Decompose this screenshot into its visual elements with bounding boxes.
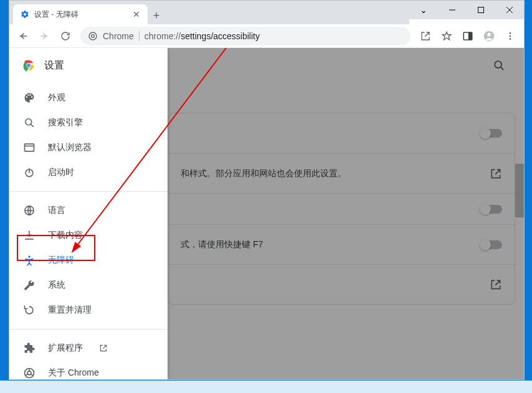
sidebar-item-label: 系统 — [48, 280, 65, 291]
sidebar-item-default-browser[interactable]: 默认浏览器 — [9, 135, 161, 160]
sidebar-item-extensions[interactable]: 扩展程序 — [9, 336, 161, 361]
settings-sidebar: 设置 外观 搜索引擎 — [9, 48, 168, 379]
sidebar-item-startup[interactable]: 启动时 — [9, 160, 161, 185]
sidebar-header: 设置 — [9, 48, 168, 83]
open-external-icon — [99, 344, 108, 353]
modal-overlay[interactable] — [168, 48, 524, 379]
sidebar-item-label: 搜索引擎 — [48, 117, 83, 128]
sidebar-item-label: 关于 Chrome — [48, 367, 99, 379]
tab-title: 设置 - 无障碍 — [34, 9, 78, 20]
titlebar: 设置 - 无障碍 ✕ + ⌄ — [9, 1, 524, 24]
download-icon — [23, 229, 36, 242]
svg-point-2 — [92, 34, 95, 37]
share-icon[interactable] — [416, 26, 435, 46]
svg-point-7 — [510, 32, 511, 34]
search-icon — [23, 116, 36, 129]
svg-rect-0 — [478, 7, 484, 13]
chrome-logo-icon — [22, 59, 36, 72]
tabstrip: 设置 - 无障碍 ✕ + — [9, 1, 409, 24]
palette-icon — [23, 92, 36, 104]
sidebar-item-appearance[interactable]: 外观 — [9, 85, 161, 110]
sidebar-item-languages[interactable]: 语言 — [9, 198, 161, 223]
svg-point-6 — [487, 32, 490, 36]
menu-icon[interactable] — [500, 26, 520, 46]
omnibox-divider — [139, 31, 140, 41]
omnibox-scheme: Chrome — [103, 31, 134, 41]
svg-rect-14 — [25, 144, 34, 151]
svg-point-17 — [28, 256, 30, 258]
chrome-icon — [23, 367, 36, 379]
sidebar-item-about[interactable]: 关于 Chrome — [9, 361, 161, 379]
svg-point-19 — [27, 371, 31, 375]
window-close[interactable] — [495, 1, 524, 19]
browser-tab[interactable]: 设置 - 无障碍 ✕ — [13, 4, 148, 24]
window-minimize[interactable] — [438, 1, 467, 19]
sidebar-item-system[interactable]: 系统 — [9, 273, 161, 298]
reload-button[interactable] — [55, 26, 75, 46]
gear-icon — [21, 10, 29, 19]
windows-taskbar[interactable] — [0, 381, 532, 393]
sidebar-item-label: 下载内容 — [48, 230, 83, 241]
sidebar-item-label: 启动时 — [48, 167, 74, 178]
sidebar-item-label: 无障碍 — [48, 255, 74, 266]
sidebar-separator — [9, 329, 168, 329]
forward-button — [34, 26, 54, 46]
sidebar-item-label: 语言 — [48, 205, 65, 216]
sidebar-title: 设置 — [44, 59, 64, 72]
svg-rect-4 — [468, 32, 472, 40]
sidebar-separator — [9, 191, 168, 192]
sidebar-item-label: 外观 — [48, 92, 65, 103]
tab-close-icon[interactable]: ✕ — [131, 9, 141, 19]
main-pane: 和样式。部分应用和网站也会使用此设置。 式，请使用快捷键 F7 — [168, 48, 524, 379]
address-bar[interactable]: Chrome chrome://settings/accessibility — [80, 27, 411, 45]
new-tab-button[interactable]: + — [148, 7, 165, 24]
chrome-small-icon — [88, 31, 98, 41]
svg-point-13 — [26, 119, 32, 125]
window-maximize[interactable] — [467, 1, 495, 19]
svg-point-8 — [510, 35, 511, 37]
wrench-icon — [23, 279, 36, 291]
sidebar-item-label: 默认浏览器 — [48, 142, 92, 153]
site-info[interactable]: Chrome — [88, 31, 140, 41]
restore-icon — [23, 304, 36, 316]
svg-point-12 — [27, 64, 31, 67]
sidebar-item-accessibility[interactable]: 无障碍 — [9, 248, 161, 273]
svg-point-1 — [89, 32, 97, 40]
accessibility-icon — [23, 254, 36, 267]
profile-icon[interactable] — [479, 26, 499, 46]
sidebar-item-label: 重置并清理 — [48, 305, 92, 316]
sidebar-item-label: 扩展程序 — [48, 343, 83, 354]
back-button[interactable] — [13, 26, 33, 46]
globe-icon — [23, 204, 36, 217]
power-icon — [23, 166, 36, 179]
toolbar: Chrome chrome://settings/accessibility — [9, 24, 524, 48]
bookmark-icon[interactable] — [437, 26, 457, 46]
sidebar-item-reset[interactable]: 重置并清理 — [9, 298, 161, 323]
sidepanel-icon[interactable] — [458, 26, 478, 46]
svg-point-9 — [510, 38, 511, 40]
sidebar-item-downloads[interactable]: 下载内容 — [9, 223, 161, 248]
omnibox-url: chrome://settings/accessibility — [145, 31, 260, 41]
extension-icon — [23, 342, 36, 354]
chevron-down-icon[interactable]: ⌄ — [409, 1, 438, 19]
browser-icon — [23, 141, 36, 154]
window-controls: ⌄ — [409, 1, 524, 19]
sidebar-item-search-engine[interactable]: 搜索引擎 — [9, 110, 161, 135]
